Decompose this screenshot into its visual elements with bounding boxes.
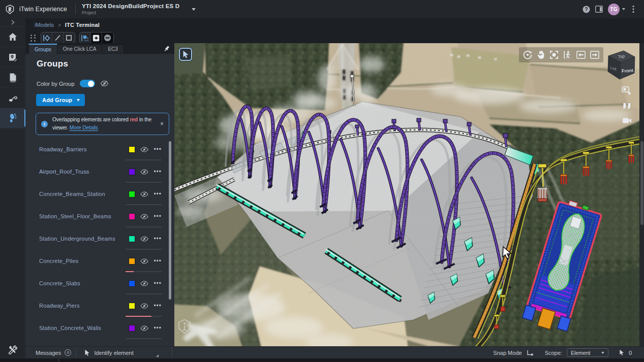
avatar-caret-icon[interactable] <box>622 8 625 10</box>
rail-item-map[interactable] <box>0 47 25 68</box>
rail-item-home[interactable] <box>0 27 25 47</box>
viewport-side-tools <box>622 86 632 124</box>
camera-icon[interactable] <box>622 117 632 124</box>
group-color-swatch[interactable] <box>129 146 135 153</box>
view-layouts-icon[interactable] <box>622 86 632 95</box>
help-icon[interactable]: ? <box>582 6 590 13</box>
group-row[interactable]: Station_Concrete_Walls ••• <box>25 317 174 339</box>
more-menu-icon[interactable] <box>632 5 634 13</box>
identify-element-tool[interactable]: Identify element <box>76 347 172 358</box>
viewport-3d[interactable]: Top Left Front <box>174 43 644 346</box>
bentley-logo-icon <box>5 5 15 14</box>
messages-button[interactable]: Messages 0 <box>25 347 76 358</box>
film-grain <box>174 43 644 346</box>
select-element-tool-button[interactable] <box>41 32 52 43</box>
viewport-scrollbar-thumb[interactable] <box>640 141 643 225</box>
group-row[interactable]: Concrete_Beams_Station ••• <box>25 183 174 205</box>
snap-mode-icon[interactable] <box>527 350 533 356</box>
map-pin-icon <box>8 53 17 62</box>
eye-icon[interactable] <box>140 281 148 286</box>
rail-item-carbon[interactable] <box>0 108 25 128</box>
group-instances-tool-button[interactable] <box>80 32 91 43</box>
eye-icon[interactable] <box>140 191 148 197</box>
viewport-select-tool-button[interactable] <box>179 48 192 61</box>
rail-item-admin[interactable] <box>0 341 25 358</box>
scope-select[interactable]: Element <box>567 348 608 357</box>
panel-layout-icon[interactable] <box>595 6 603 13</box>
group-row[interactable]: Station_Steel_Floor_Beams ••• <box>25 205 174 227</box>
group-color-swatch[interactable] <box>129 169 135 175</box>
tab-ec3[interactable]: EC3 <box>102 44 124 54</box>
messages-label: Messages <box>36 350 61 356</box>
group-color-swatch[interactable] <box>129 258 135 265</box>
group-color-swatch[interactable] <box>129 280 135 287</box>
group-row[interactable]: Airport_Roof_Truss ••• <box>25 160 174 183</box>
panel-tabstrip: Groups One Click LCA EC3 <box>25 43 174 54</box>
footprint-icon <box>9 113 17 123</box>
color-by-group-toggle[interactable] <box>80 80 95 87</box>
eye-icon[interactable] <box>140 214 148 219</box>
box-select-tool-button[interactable] <box>64 32 75 43</box>
undo-icon[interactable] <box>576 51 586 59</box>
redo-icon[interactable] <box>590 51 599 59</box>
toolbar-grip-handle[interactable] <box>29 34 37 43</box>
group-color-swatch[interactable] <box>129 303 135 309</box>
snap-mode-label[interactable]: Snap Mode <box>493 350 522 356</box>
group-name: Station_Underground_Beams <box>39 236 115 242</box>
fit-view-tool-icon[interactable] <box>549 50 559 59</box>
eye-icon[interactable] <box>140 147 148 152</box>
group-color-swatch[interactable] <box>129 325 135 332</box>
alert-close-button[interactable]: × <box>159 120 165 127</box>
group-color-swatch[interactable] <box>129 213 135 220</box>
viewport-scrollbar[interactable] <box>639 43 644 346</box>
split-view-icon[interactable] <box>623 103 631 110</box>
line-icon <box>54 35 61 41</box>
more-details-link[interactable]: More Details <box>70 125 98 130</box>
group-color-swatch[interactable] <box>129 236 135 242</box>
scope-caret-icon <box>601 352 604 354</box>
eye-slash-icon[interactable] <box>100 80 109 87</box>
group-name: Concrete_Slabs <box>39 280 80 286</box>
group-name: Roadway_Barriers <box>39 146 87 152</box>
orbit-tool-icon[interactable] <box>523 50 532 59</box>
breadcrumb-imodels[interactable]: iModels <box>35 22 54 28</box>
group-row[interactable]: Concrete_Piles ••• <box>25 250 174 272</box>
left-rail <box>0 18 25 358</box>
pin-icon[interactable] <box>163 45 170 52</box>
rail-expand-button[interactable] <box>0 18 25 27</box>
group-list-scrollbar[interactable] <box>169 139 171 342</box>
remove-from-group-button[interactable] <box>102 32 113 43</box>
pan-tool-icon[interactable] <box>537 50 545 59</box>
add-to-group-button[interactable] <box>91 32 102 43</box>
panel-title: Groups <box>37 59 68 69</box>
tab-one-click-lca[interactable]: One Click LCA <box>57 44 103 54</box>
rail-item-documents[interactable] <box>0 68 25 88</box>
selection-tool-group <box>41 32 75 44</box>
group-row[interactable]: Concrete_Slabs ••• <box>25 272 174 294</box>
eye-icon[interactable] <box>140 325 148 331</box>
add-group-button[interactable]: Add Group <box>36 94 85 106</box>
walk-tool-icon[interactable] <box>563 50 572 59</box>
statusbar-expander[interactable] <box>156 354 159 357</box>
line-select-tool-button[interactable] <box>52 32 64 43</box>
group-row[interactable]: Roadway_Piers ••• <box>25 294 174 317</box>
tab-ec3-label: EC3 <box>108 46 117 52</box>
group-row[interactable]: Station_Underground_Beams ••• <box>25 227 174 250</box>
viewcube-front-label[interactable]: Front <box>621 68 634 74</box>
eye-icon[interactable] <box>140 169 148 175</box>
eye-icon[interactable] <box>140 303 148 309</box>
eye-icon[interactable] <box>140 236 148 242</box>
add-group-caret-icon <box>77 99 80 102</box>
project-picker[interactable]: YTI 2024 DesignBuildProject ES D Project <box>76 3 201 16</box>
tab-groups[interactable]: Groups <box>28 44 57 54</box>
eye-icon[interactable] <box>140 258 148 264</box>
add-selection-icon <box>93 35 100 42</box>
scrollbar-thumb[interactable] <box>169 141 171 300</box>
avatar[interactable]: TG <box>608 4 620 15</box>
view-cube[interactable]: Top Left Front <box>601 47 638 83</box>
group-name: Airport_Roof_Truss <box>39 169 89 175</box>
group-row[interactable]: Roadway_Barriers ••• <box>25 138 174 160</box>
rail-item-markup[interactable] <box>0 88 25 108</box>
group-color-swatch[interactable] <box>129 191 135 198</box>
wrench-screwdriver-icon <box>8 345 17 354</box>
